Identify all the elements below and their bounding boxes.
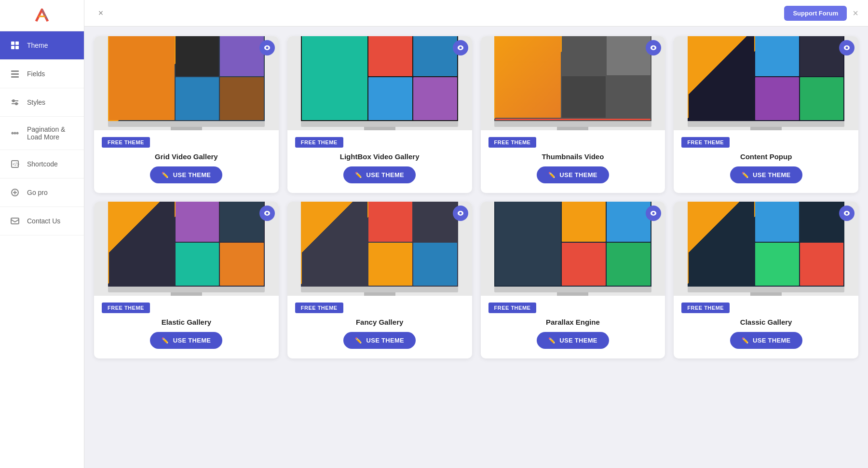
use-theme-button-7[interactable]: ✏️ USE THEME (537, 332, 609, 349)
card-title-3: Thumbnails Video (537, 152, 609, 161)
topbar-left: × (94, 6, 108, 20)
sidebar-item-theme[interactable]: Theme (0, 31, 84, 60)
free-badge-8: FREE THEME (681, 303, 730, 313)
monitor-screen (688, 202, 844, 287)
styles-icon (10, 97, 20, 108)
free-badge-7: FREE THEME (488, 303, 537, 313)
svg-rect-17 (11, 218, 19, 224)
svg-point-29 (459, 212, 461, 215)
sidebar-item-styles[interactable]: Styles (0, 88, 84, 117)
eye-badge-4[interactable] (839, 40, 854, 55)
sidebar-item-contact-label: Contact Us (27, 217, 60, 225)
svg-point-23 (652, 47, 655, 49)
card-title-4: Content Popup (735, 152, 797, 161)
eye-badge-5[interactable] (259, 206, 275, 221)
close-x-icon: × (98, 8, 104, 18)
sidebar-item-fields[interactable]: Fields (0, 60, 84, 88)
card-title-8: Classic Gallery (735, 318, 797, 326)
sidebar-item-gopro[interactable]: Go pro (0, 179, 84, 207)
pencil-icon-7: ✏️ (548, 337, 556, 344)
card-preview-parallax (481, 202, 665, 296)
sidebar-item-pagination[interactable]: Pagination & Load More (0, 117, 84, 150)
screen-content (688, 36, 844, 121)
svg-point-25 (846, 47, 848, 49)
use-theme-label-1: USE THEME (173, 171, 211, 179)
monitor-screen (108, 36, 265, 121)
monitor-screen (301, 202, 458, 287)
topbar-close-button[interactable]: × (94, 6, 108, 20)
sidebar: Theme Fields Styles Pagination & Load Mo… (0, 0, 84, 468)
svg-point-12 (14, 133, 16, 134)
svg-rect-6 (11, 76, 19, 78)
monitor (301, 202, 458, 296)
svg-point-9 (13, 100, 14, 102)
card-title-6: Fancy Gallery (351, 318, 408, 326)
monitor (301, 36, 458, 130)
card-title-7: Parallax Engine (541, 318, 605, 326)
pencil-icon-6: ✏️ (355, 337, 362, 344)
screen-content (301, 202, 458, 287)
main-area: × Support Forum × (84, 0, 868, 468)
contact-icon (10, 216, 20, 226)
sidebar-item-gopro-label: Go pro (27, 189, 48, 196)
monitor (494, 36, 651, 130)
card-preview-thumbnails (481, 36, 665, 130)
use-theme-button-6[interactable]: ✏️ USE THEME (343, 332, 416, 349)
use-theme-button-1[interactable]: ✏️ USE THEME (150, 166, 222, 183)
shortcode-icon: </> (10, 159, 20, 169)
topbar-right: Support Forum × (784, 6, 858, 21)
svg-point-11 (12, 133, 14, 134)
card-preview-content-popup (674, 36, 858, 130)
eye-badge-1[interactable] (259, 40, 275, 55)
svg-point-33 (846, 212, 848, 215)
svg-rect-3 (15, 46, 19, 49)
card-preview-elastic (94, 202, 279, 296)
use-theme-button-3[interactable]: ✏️ USE THEME (537, 166, 609, 183)
use-theme-label-8: USE THEME (753, 337, 791, 344)
eye-badge-8[interactable] (839, 206, 854, 221)
monitor (494, 202, 651, 296)
card-preview-classic (674, 202, 858, 296)
card-preview-grid-video (94, 36, 279, 130)
theme-card-classic-gallery: FREE THEME Classic Gallery ✏️ USE THEME (674, 202, 858, 358)
monitor-screen (108, 202, 265, 287)
screen-content (108, 36, 265, 121)
monitor (108, 202, 265, 296)
use-theme-button-5[interactable]: ✏️ USE THEME (150, 332, 222, 349)
app-logo-icon (32, 6, 52, 25)
eye-badge-7[interactable] (646, 206, 661, 221)
sidebar-item-pagination-label: Pagination & Load More (27, 125, 74, 141)
use-theme-button-2[interactable]: ✏️ USE THEME (343, 166, 416, 183)
use-theme-button-4[interactable]: ✏️ USE THEME (730, 166, 802, 183)
free-badge-3: FREE THEME (488, 137, 537, 148)
sidebar-item-contact[interactable]: Contact Us (0, 207, 84, 235)
topbar: × Support Forum × (84, 0, 868, 27)
svg-rect-1 (15, 41, 19, 45)
pencil-icon-5: ✏️ (162, 337, 169, 344)
svg-point-27 (266, 212, 268, 215)
eye-badge-3[interactable] (646, 40, 661, 55)
free-badge-4: FREE THEME (681, 137, 730, 148)
theme-card-content-popup: FREE THEME Content Popup ✏️ USE THEME (674, 36, 858, 193)
monitor-screen (688, 36, 844, 121)
free-badge-6: FREE THEME (295, 303, 343, 313)
free-badge-1: FREE THEME (102, 137, 150, 148)
card-title-2: LightBox Video Gallery (335, 152, 424, 161)
screen-content (688, 202, 844, 287)
pagination-icon (10, 128, 20, 138)
eye-badge-6[interactable] (453, 206, 468, 221)
screen-content (494, 202, 651, 287)
svg-rect-0 (11, 41, 14, 45)
main-close-button[interactable]: × (853, 8, 858, 19)
svg-rect-5 (11, 73, 19, 75)
support-forum-button[interactable]: Support Forum (784, 6, 847, 21)
pencil-icon-8: ✏️ (742, 337, 749, 344)
eye-badge-2[interactable] (453, 40, 468, 55)
monitor (688, 202, 844, 296)
card-title-1: Grid Video Gallery (150, 152, 223, 161)
use-theme-button-8[interactable]: ✏️ USE THEME (730, 332, 802, 349)
free-badge-2: FREE THEME (295, 137, 343, 148)
sidebar-item-styles-label: Styles (27, 98, 45, 106)
use-theme-label-7: USE THEME (559, 337, 597, 344)
sidebar-item-shortcode[interactable]: </> Shortcode (0, 150, 84, 179)
